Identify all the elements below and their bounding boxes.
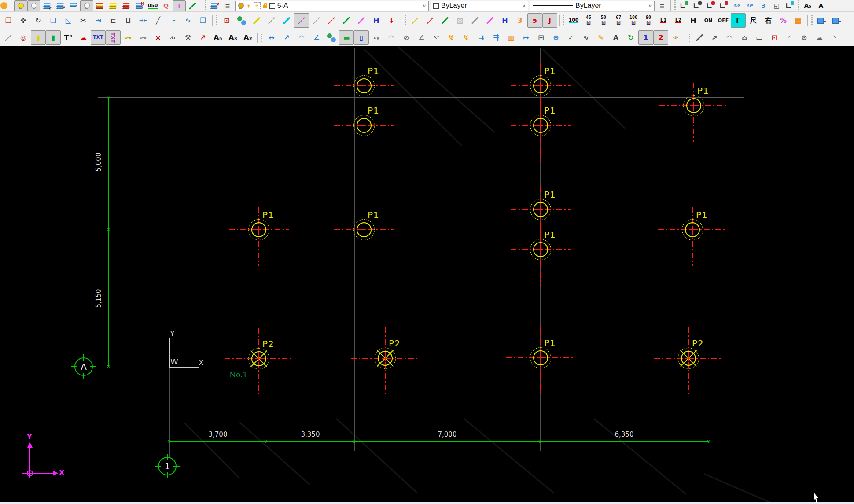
line-green-icon[interactable] bbox=[186, 0, 199, 11]
text-height-icon[interactable]: A₅ bbox=[210, 30, 225, 45]
layer-on-icon[interactable] bbox=[14, 0, 27, 11]
dim-continue-icon[interactable]: ⇶ bbox=[489, 30, 504, 45]
dim-jog-icon[interactable]: ↦ bbox=[519, 30, 534, 45]
point-pair-icon[interactable] bbox=[324, 30, 339, 45]
spline-icon[interactable]: ∿ bbox=[180, 13, 195, 28]
line-magenta-icon[interactable] bbox=[354, 13, 369, 28]
leader-icon[interactable]: ↖° bbox=[429, 30, 444, 45]
pile-label[interactable]: P2 bbox=[692, 338, 710, 349]
revcloud-icon[interactable]: ☁ bbox=[76, 30, 91, 45]
text-angle-icon[interactable]: A₂ bbox=[240, 30, 255, 45]
scale-icon[interactable]: ❑ bbox=[46, 13, 61, 28]
off-icon[interactable]: OFF bbox=[716, 13, 731, 28]
ucs-rotate-y-icon[interactable]: ↻ʸ bbox=[730, 0, 744, 11]
ucs-previous-icon[interactable]: ∟ bbox=[691, 0, 704, 11]
ucs-world-icon[interactable]: ∟ bbox=[677, 0, 691, 11]
layer-isolate-icon[interactable]: ↙ bbox=[40, 0, 54, 11]
toolbar-grip[interactable] bbox=[674, 0, 676, 11]
scale-100-rail-icon[interactable]: 100 bbox=[566, 13, 581, 28]
draw-line-icon[interactable] bbox=[692, 30, 707, 45]
text-magenta-icon[interactable]: T bbox=[173, 0, 186, 11]
ucs-apply-icon[interactable]: ∟ bbox=[783, 0, 796, 11]
dim-radius-icon[interactable]: ◠ bbox=[384, 30, 399, 45]
draw-circle-icon[interactable]: ⊙ bbox=[797, 30, 812, 45]
pile-label[interactable]: P1 bbox=[262, 210, 280, 220]
dim-aligned-icon[interactable]: ↗ bbox=[279, 30, 294, 45]
migi-icon[interactable]: 右 bbox=[761, 13, 776, 28]
layers-red-icon[interactable] bbox=[120, 0, 133, 11]
chevron-down-icon[interactable]: ∨ bbox=[648, 3, 652, 9]
ucs-3point-icon[interactable]: 3 bbox=[757, 0, 770, 11]
level-67-icon[interactable]: 67⊔ bbox=[611, 13, 626, 28]
move-icon[interactable]: ✜ bbox=[16, 13, 31, 28]
toolbar-grip[interactable] bbox=[404, 15, 406, 26]
dline-yellow-icon[interactable] bbox=[408, 13, 423, 28]
center-mark-icon[interactable]: ⊕ bbox=[548, 30, 563, 45]
divide-icon[interactable]: ⁄n bbox=[166, 30, 180, 45]
pile-label[interactable]: P1 bbox=[368, 66, 385, 76]
level-90-icon[interactable]: 90⊔ bbox=[641, 13, 656, 28]
l2-icon[interactable]: L2 bbox=[671, 13, 686, 28]
break-at-point-icon[interactable]: ⊏ bbox=[106, 13, 121, 28]
line-gray2-icon[interactable] bbox=[309, 13, 324, 28]
three-orange-icon[interactable]: 3 bbox=[512, 13, 527, 28]
line-magenta-dash-icon[interactable] bbox=[294, 13, 309, 28]
dim-style2-icon[interactable]: 2 bbox=[653, 30, 668, 45]
pile-label[interactable]: P1 bbox=[368, 210, 385, 220]
txt-vertical-icon[interactable]: TXT bbox=[106, 30, 121, 45]
level-45-icon[interactable]: 45⊔ bbox=[581, 13, 596, 28]
grid-line-vertical[interactable] bbox=[354, 48, 355, 451]
dim-xy-icon[interactable]: xy bbox=[369, 30, 384, 45]
polyline-yellow-icon[interactable] bbox=[249, 13, 264, 28]
dim-update-icon[interactable]: ↻ bbox=[623, 30, 638, 45]
pile-label[interactable]: P1 bbox=[368, 105, 385, 116]
text-sort2-icon[interactable]: A bbox=[814, 0, 828, 11]
dim-edit-icon[interactable]: ✎ bbox=[593, 30, 608, 45]
line-insert-icon[interactable]: ↧ bbox=[384, 13, 399, 28]
dline-red-icon[interactable] bbox=[423, 13, 438, 28]
toolbar-grip[interactable] bbox=[811, 15, 813, 26]
toolbar-grip[interactable] bbox=[204, 0, 206, 11]
edit-hammer-icon[interactable]: ⚒ bbox=[180, 30, 195, 45]
note-text[interactable]: No.1 bbox=[229, 370, 256, 379]
point-convert-icon[interactable] bbox=[234, 13, 249, 28]
draw-rect-icon[interactable]: ▭ bbox=[752, 30, 767, 45]
level-100-icon[interactable]: 100⊔ bbox=[626, 13, 641, 28]
dline-green-icon[interactable] bbox=[438, 13, 453, 28]
rotate-icon[interactable]: ↻ bbox=[31, 13, 46, 28]
h-bold-icon[interactable]: H bbox=[686, 13, 701, 28]
layer-unisolate-icon[interactable]: ↗ bbox=[54, 0, 67, 11]
draw-polygon-icon[interactable]: ⌂ bbox=[737, 30, 752, 45]
block-green-icon[interactable]: ▮ bbox=[46, 30, 61, 45]
pile-label[interactable]: P1 bbox=[544, 189, 562, 200]
line-green2-icon[interactable] bbox=[339, 13, 354, 28]
qdim-icon[interactable]: ↯ bbox=[459, 30, 474, 45]
viewport-icon[interactable] bbox=[814, 13, 829, 28]
bottom-dimension-line[interactable] bbox=[169, 441, 709, 442]
qleader-icon[interactable]: ↯ bbox=[444, 30, 459, 45]
offset-icon[interactable] bbox=[1, 30, 16, 45]
join-icon[interactable]: →← bbox=[136, 13, 151, 28]
linetype-combo[interactable]: ByLayer∨ bbox=[530, 1, 655, 11]
pile-label[interactable]: P1 bbox=[544, 338, 562, 348]
layers-yellow-icon[interactable] bbox=[107, 0, 120, 11]
toolbar-grip[interactable] bbox=[216, 15, 218, 26]
draw-point-icon[interactable]: ⊡ bbox=[767, 30, 782, 45]
trim-icon[interactable]: ✂ bbox=[76, 13, 91, 28]
dim-jogline-icon[interactable]: ∿ bbox=[578, 30, 593, 45]
ucs-face-icon[interactable]: ∟ bbox=[704, 0, 717, 11]
dim-text-edit-icon[interactable]: A bbox=[608, 30, 623, 45]
mirror-icon[interactable]: ◺ bbox=[61, 13, 76, 28]
pile-label[interactable]: P1 bbox=[697, 85, 715, 96]
layer-manager-icon[interactable]: ≡ bbox=[221, 0, 234, 11]
line-gray3-icon[interactable] bbox=[467, 13, 482, 28]
node-yellow-icon[interactable]: ⊶ bbox=[121, 30, 136, 45]
break-icon[interactable]: ⊔ bbox=[121, 13, 136, 28]
drawing-canvas[interactable]: 5,0005,1503,7003,3507,0006,350A1YWXNo.1P… bbox=[0, 46, 854, 502]
tolerance-icon[interactable]: ⊞ bbox=[534, 30, 548, 45]
polyline-cyan-icon[interactable] bbox=[279, 13, 294, 28]
intersect-icon[interactable]: × bbox=[151, 30, 166, 45]
chevron-down-icon[interactable]: ∨ bbox=[423, 3, 426, 9]
level-50-icon[interactable]: 50⊔ bbox=[596, 13, 611, 28]
grid-line-horizontal[interactable] bbox=[98, 97, 744, 98]
